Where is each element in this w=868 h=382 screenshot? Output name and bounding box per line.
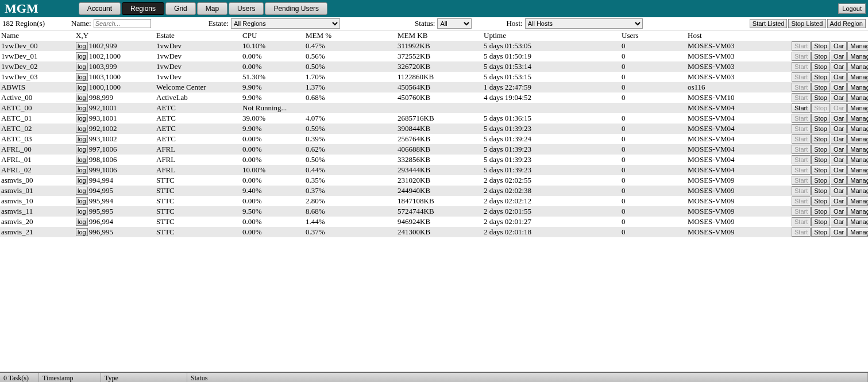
col-host[interactable]: Host xyxy=(686,30,790,41)
tab-regions[interactable]: Regions xyxy=(122,2,164,15)
stop-button[interactable]: Stop xyxy=(811,62,830,71)
col-memkb[interactable]: MEM KB xyxy=(396,30,483,41)
oar-button[interactable]: Oar xyxy=(831,134,847,144)
manage-button[interactable]: Manage xyxy=(847,93,868,102)
col-users[interactable]: Users xyxy=(620,30,686,41)
log-button[interactable]: log xyxy=(76,176,88,184)
manage-button[interactable]: Manage xyxy=(847,83,868,92)
manage-button[interactable]: Manage xyxy=(847,196,868,206)
manage-button[interactable]: Manage xyxy=(847,176,868,185)
stop-button[interactable]: Stop xyxy=(811,196,830,206)
start-button[interactable]: Start xyxy=(792,103,811,113)
tab-users[interactable]: Users xyxy=(229,2,264,15)
status-select[interactable]: All xyxy=(437,18,472,29)
log-button[interactable]: log xyxy=(76,166,88,174)
col-name[interactable]: Name xyxy=(0,30,75,41)
stop-button[interactable]: Stop xyxy=(811,134,830,144)
estate-select[interactable]: All Regions xyxy=(231,18,340,29)
stop-button[interactable]: Stop xyxy=(811,186,830,195)
oar-button[interactable]: Oar xyxy=(831,72,847,82)
oar-button[interactable]: Oar xyxy=(831,176,847,185)
manage-button[interactable]: Manage xyxy=(847,124,868,133)
manage-button[interactable]: Manage xyxy=(847,217,868,226)
oar-button[interactable]: Oar xyxy=(831,207,847,216)
log-button[interactable]: log xyxy=(76,187,88,195)
manage-button[interactable]: Manage xyxy=(847,52,868,61)
log-button[interactable]: log xyxy=(76,156,88,164)
col-xy[interactable]: X,Y xyxy=(75,30,155,41)
manage-button[interactable]: Manage xyxy=(847,165,868,175)
stop-button[interactable]: Stop xyxy=(811,227,830,237)
stop-button[interactable]: Stop xyxy=(811,52,830,61)
oar-button[interactable]: Oar xyxy=(831,145,847,154)
stop-button[interactable]: Stop xyxy=(811,72,830,82)
col-estate[interactable]: Estate xyxy=(155,30,241,41)
manage-button[interactable]: Manage xyxy=(847,62,868,71)
oar-button[interactable]: Oar xyxy=(831,227,847,237)
col-mem[interactable]: MEM % xyxy=(304,30,396,41)
stop-listed-button[interactable]: Stop Listed xyxy=(788,19,825,28)
oar-button[interactable]: Oar xyxy=(831,165,847,175)
log-button[interactable]: log xyxy=(76,197,88,205)
add-region-button[interactable]: Add Region xyxy=(827,19,866,28)
stop-button[interactable]: Stop xyxy=(811,155,830,164)
log-button[interactable]: log xyxy=(76,83,88,91)
tab-grid[interactable]: Grid xyxy=(165,2,196,15)
manage-button[interactable]: Manage xyxy=(847,41,868,51)
oar-button[interactable]: Oar xyxy=(831,62,847,71)
host-select[interactable]: All Hosts xyxy=(525,18,643,29)
stop-button[interactable]: Stop xyxy=(811,176,830,185)
manage-button[interactable]: Manage xyxy=(847,145,868,154)
log-button[interactable]: log xyxy=(76,42,88,50)
log-button[interactable]: log xyxy=(76,218,88,226)
manage-button[interactable]: Manage xyxy=(847,186,868,195)
oar-button[interactable]: Oar xyxy=(831,124,847,133)
log-button[interactable]: log xyxy=(76,207,88,215)
oar-button[interactable]: Oar xyxy=(831,186,847,195)
log-button[interactable]: log xyxy=(76,73,88,81)
oar-button[interactable]: Oar xyxy=(831,93,847,102)
tab-account[interactable]: Account xyxy=(79,2,121,15)
stop-button: Stop xyxy=(811,103,830,113)
stop-button[interactable]: Stop xyxy=(811,124,830,133)
manage-button[interactable]: Manage xyxy=(847,207,868,216)
manage-button[interactable]: Manage xyxy=(847,134,868,144)
log-button[interactable]: log xyxy=(76,145,88,153)
stop-button[interactable]: Stop xyxy=(811,93,830,102)
oar-button[interactable]: Oar xyxy=(831,114,847,123)
stop-button[interactable]: Stop xyxy=(811,207,830,216)
col-cpu[interactable]: CPU xyxy=(241,30,304,41)
manage-button[interactable]: Manage xyxy=(847,114,868,123)
log-button[interactable]: log xyxy=(76,63,88,71)
manage-button[interactable]: Manage xyxy=(847,72,868,82)
log-button[interactable]: log xyxy=(76,94,88,102)
stop-button[interactable]: Stop xyxy=(811,114,830,123)
logout-button[interactable]: Logout xyxy=(838,3,866,14)
manage-button[interactable]: Manage xyxy=(847,227,868,237)
stop-button[interactable]: Stop xyxy=(811,83,830,92)
start-listed-button[interactable]: Start Listed xyxy=(750,19,788,28)
oar-button[interactable]: Oar xyxy=(831,196,847,206)
oar-button[interactable]: Oar xyxy=(831,217,847,226)
stop-button[interactable]: Stop xyxy=(811,217,830,226)
stop-button[interactable]: Stop xyxy=(811,165,830,175)
oar-button[interactable]: Oar xyxy=(831,41,847,51)
manage-button[interactable]: Manage xyxy=(847,155,868,164)
log-button[interactable]: log xyxy=(76,114,88,122)
stop-button[interactable]: Stop xyxy=(811,145,830,154)
oar-button[interactable]: Oar xyxy=(831,83,847,92)
tab-pending-users[interactable]: Pending Users xyxy=(265,2,327,15)
col-uptime[interactable]: Uptime xyxy=(483,30,620,41)
oar-button[interactable]: Oar xyxy=(831,52,847,61)
log-button[interactable]: log xyxy=(76,125,88,133)
log-button[interactable]: log xyxy=(76,228,88,236)
log-button[interactable]: log xyxy=(76,104,88,112)
regions-table-wrap[interactable]: Name X,Y Estate CPU MEM % MEM KB Uptime … xyxy=(0,30,868,372)
oar-button[interactable]: Oar xyxy=(831,155,847,164)
stop-button[interactable]: Stop xyxy=(811,41,830,51)
search-input[interactable] xyxy=(94,19,151,28)
log-button[interactable]: log xyxy=(76,52,88,60)
tab-map[interactable]: Map xyxy=(197,2,227,15)
manage-button[interactable]: Manage xyxy=(847,103,868,113)
log-button[interactable]: log xyxy=(76,135,88,143)
